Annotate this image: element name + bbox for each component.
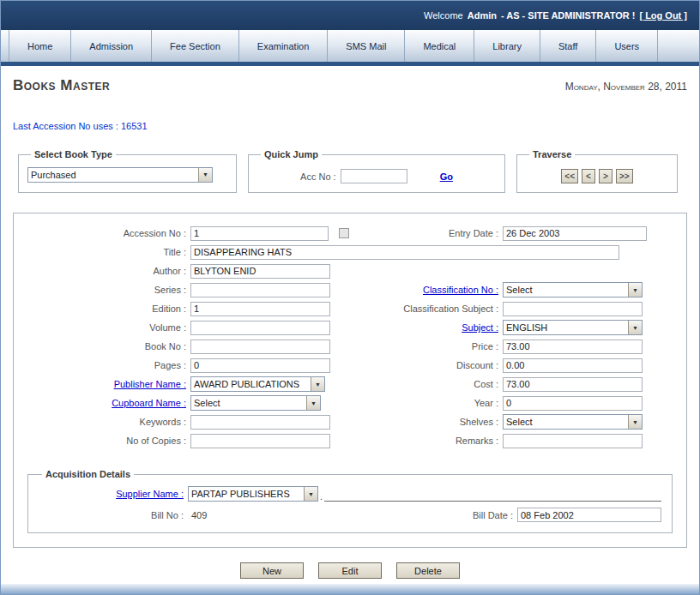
- last-record-button[interactable]: >>: [616, 169, 633, 183]
- top-panels-row: Select Book Type Purchased ▼ Quick Jump …: [13, 149, 687, 193]
- keywords-input[interactable]: [190, 415, 330, 430]
- shelves-select[interactable]: Select ▼: [503, 414, 643, 430]
- acquisition-details-legend: Acquisition Details: [42, 469, 134, 479]
- shelves-label: Shelves :: [349, 417, 503, 427]
- nav-item-users[interactable]: Users: [596, 30, 658, 62]
- discount-input[interactable]: [503, 358, 643, 373]
- bill-no-value: 409: [188, 510, 359, 520]
- pages-input[interactable]: [190, 358, 330, 373]
- quick-jump-body: Acc No : Go: [257, 166, 496, 183]
- delete-button[interactable]: Delete: [396, 562, 460, 579]
- next-record-button[interactable]: >: [599, 169, 612, 183]
- accession-checkbox[interactable]: [339, 228, 349, 238]
- no-of-copies-label: No of Copies :: [27, 436, 190, 446]
- subject-select-value: ENGLISH: [504, 321, 628, 334]
- publisher-select-value: AWARD PUBLICATIONS: [191, 377, 311, 391]
- publisher-name-link[interactable]: Publisher Name :: [114, 379, 186, 389]
- acquisition-grid: Supplier Name : PARTAP PUBLISHERS ▼ . Bi…: [39, 486, 661, 522]
- acc-no-input[interactable]: [341, 169, 407, 183]
- action-buttons-row: New Edit Delete: [13, 562, 687, 579]
- classification-subject-input[interactable]: [503, 302, 643, 316]
- nav-item-home[interactable]: Home: [9, 30, 71, 62]
- nav-item-library[interactable]: Library: [474, 30, 540, 62]
- dropdown-arrow-icon[interactable]: ▼: [628, 321, 642, 334]
- logout-link[interactable]: [ Log Out ]: [639, 10, 687, 21]
- first-record-button[interactable]: <<: [561, 169, 578, 183]
- nav-item-admission[interactable]: Admission: [71, 30, 152, 62]
- nav-item-examination[interactable]: Examination: [239, 30, 329, 62]
- traverse-fieldset: Traverse << < > >>: [516, 149, 678, 193]
- title-input[interactable]: [190, 245, 619, 260]
- book-type-select-value: Purchased: [28, 168, 198, 182]
- year-input[interactable]: [503, 396, 643, 411]
- supplier-name-link[interactable]: Supplier Name :: [116, 489, 184, 499]
- classification-no-select[interactable]: Select ▼: [503, 282, 643, 298]
- supplier-select[interactable]: PARTAP PUBLISHERS ▼: [188, 486, 318, 502]
- subject-select[interactable]: ENGLISH ▼: [503, 320, 643, 335]
- entry-date-input[interactable]: [503, 226, 647, 241]
- cost-input[interactable]: [503, 377, 643, 392]
- title-label: Title :: [27, 247, 190, 257]
- price-input[interactable]: [503, 340, 643, 354]
- author-input[interactable]: [190, 264, 330, 279]
- book-details-grid: Accession No : Entry Date : Title : Auth…: [27, 225, 673, 448]
- entry-date-label: Entry Date :: [349, 228, 503, 238]
- main-nav: Home Admission Fee Section Examination S…: [1, 30, 699, 62]
- subject-link[interactable]: Subject :: [462, 322, 498, 333]
- keywords-label: Keywords :: [27, 417, 190, 427]
- author-label: Author :: [27, 266, 190, 276]
- cupboard-select-value: Select: [191, 396, 306, 410]
- nav-item-staff[interactable]: Staff: [540, 30, 596, 62]
- supplier-underline: [324, 490, 661, 502]
- page-title: Books Master: [13, 77, 110, 94]
- edition-input[interactable]: [190, 302, 330, 316]
- nav-item-medical[interactable]: Medical: [405, 30, 474, 62]
- dropdown-arrow-icon[interactable]: ▼: [628, 283, 642, 297]
- remarks-input[interactable]: [503, 434, 643, 448]
- accession-no-label: Accession No :: [27, 228, 190, 238]
- title-row: Books Master Monday, November 28, 2011: [13, 77, 687, 94]
- empty-cell: [349, 263, 503, 279]
- dropdown-arrow-icon[interactable]: ▼: [311, 377, 324, 391]
- year-label: Year :: [349, 398, 503, 408]
- price-label: Price :: [349, 341, 503, 352]
- dropdown-arrow-icon[interactable]: ▼: [628, 415, 642, 429]
- cupboard-select[interactable]: Select ▼: [190, 395, 321, 411]
- publisher-select[interactable]: AWARD PUBLICATIONS ▼: [190, 376, 325, 392]
- new-button[interactable]: New: [240, 562, 304, 579]
- select-book-type-fieldset: Select Book Type Purchased ▼: [18, 149, 237, 193]
- go-link[interactable]: Go: [440, 171, 453, 182]
- series-input[interactable]: [190, 283, 330, 298]
- dropdown-arrow-icon[interactable]: ▼: [306, 396, 320, 410]
- traverse-body: << < > >>: [526, 166, 668, 183]
- book-no-input[interactable]: [190, 340, 330, 354]
- supplier-select-value: PARTAP PUBLISHERS: [189, 487, 304, 501]
- nav-bottom-strip: [1, 62, 699, 66]
- volume-label: Volume :: [27, 322, 190, 333]
- content-area: Books Master Monday, November 28, 2011 L…: [1, 77, 699, 579]
- classification-subject-label: Classification Subject :: [349, 304, 503, 314]
- shelves-select-value: Select: [504, 415, 628, 429]
- cupboard-name-link[interactable]: Cupboard Name :: [112, 398, 186, 408]
- nav-item-fee-section[interactable]: Fee Section: [152, 30, 239, 62]
- supplier-dot-text: .: [320, 491, 323, 502]
- volume-input[interactable]: [190, 321, 330, 335]
- bill-date-label: Bill Date :: [359, 510, 517, 520]
- bill-date-input[interactable]: [517, 508, 661, 522]
- classification-no-link[interactable]: Classification No :: [423, 285, 498, 295]
- acc-no-label: Acc No :: [300, 171, 341, 182]
- pages-label: Pages :: [27, 360, 190, 370]
- book-type-select[interactable]: Purchased ▼: [27, 167, 213, 183]
- dropdown-arrow-icon[interactable]: ▼: [198, 168, 212, 182]
- dropdown-arrow-icon[interactable]: ▼: [304, 487, 317, 501]
- welcome-text: Welcome: [424, 10, 463, 21]
- edit-button[interactable]: Edit: [318, 562, 382, 579]
- quick-jump-fieldset: Quick Jump Acc No : Go: [248, 149, 505, 193]
- accession-no-input[interactable]: [190, 226, 329, 241]
- nav-item-sms-mail[interactable]: SMS Mail: [328, 30, 405, 62]
- acquisition-details-fieldset: Acquisition Details Supplier Name : PART…: [27, 469, 673, 533]
- bill-no-label: Bill No :: [39, 510, 188, 520]
- previous-record-button[interactable]: <: [582, 169, 595, 183]
- no-of-copies-input[interactable]: [190, 434, 330, 448]
- book-details-fieldset: Accession No : Entry Date : Title : Auth…: [13, 213, 687, 548]
